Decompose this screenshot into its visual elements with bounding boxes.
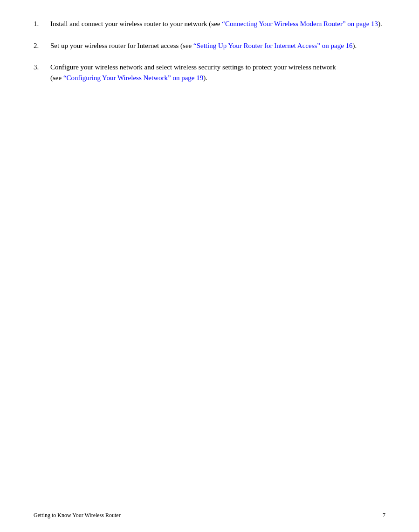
list-item: Configure your wireless network and sele… bbox=[34, 62, 385, 83]
list-item-text-before-2: Set up your wireless router for Internet… bbox=[50, 42, 193, 49]
footer-title: Getting to Know Your Wireless Router bbox=[34, 512, 121, 519]
list-item-text-3: Configure your wireless network and sele… bbox=[50, 62, 385, 83]
list-item-text-1: Install and connect your wireless router… bbox=[50, 19, 385, 29]
page-footer: Getting to Know Your Wireless Router 7 bbox=[34, 512, 385, 519]
list-item-text-before-1: Install and connect your wireless router… bbox=[50, 20, 222, 27]
list-item-link-2[interactable]: “Setting Up Your Router for Internet Acc… bbox=[193, 42, 353, 49]
list-item-link-1[interactable]: “Connecting Your Wireless Modem Router” … bbox=[222, 20, 378, 27]
list-item-text-after-3: ). bbox=[203, 74, 207, 82]
list-item-text-after-2: ). bbox=[353, 42, 357, 49]
list-item: Set up your wireless router for Internet… bbox=[34, 41, 385, 51]
instruction-list: Install and connect your wireless router… bbox=[34, 19, 385, 83]
list-item-text-after-1: ). bbox=[378, 20, 382, 27]
page-content: Install and connect your wireless router… bbox=[0, 0, 419, 131]
list-item: Install and connect your wireless router… bbox=[34, 19, 385, 29]
list-item-link-3[interactable]: “Configuring Your Wireless Network” on p… bbox=[63, 74, 203, 82]
footer-page-number: 7 bbox=[383, 512, 385, 519]
list-item-text-2: Set up your wireless router for Internet… bbox=[50, 41, 385, 51]
